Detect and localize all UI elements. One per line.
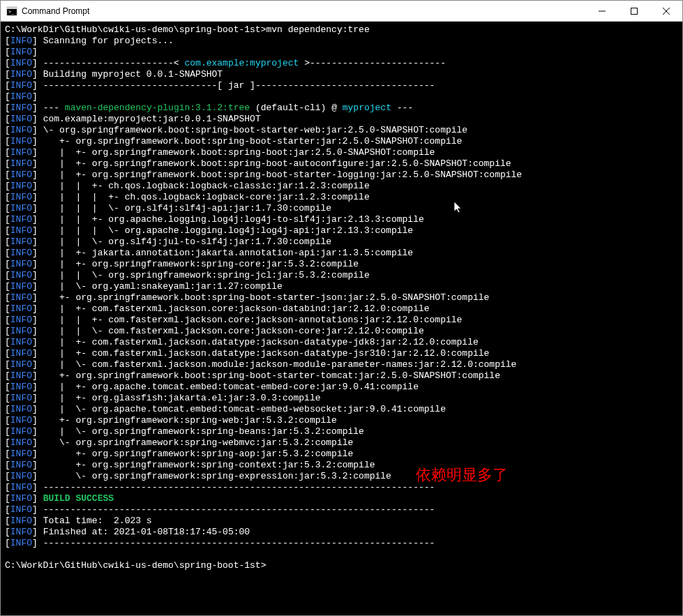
dependency-tree-line: [INFO] | +- org.springframework.boot:spr… <box>5 147 678 158</box>
dependency-tree-line: [INFO] | | \- org.slf4j:jul-to-slf4j:jar… <box>5 236 678 248</box>
output-line: [INFO] ---------------------------------… <box>5 538 678 549</box>
dependency-tree-line: [INFO] | | | +- ch.qos.logback:logback-c… <box>5 192 678 203</box>
dependency-tree-line: [INFO] | | \- com.fasterxml.jackson.core… <box>5 326 678 337</box>
dependency-tree-line: [INFO] +- org.springframework:spring-web… <box>5 415 678 426</box>
output-line: [INFO] --------------------------------[… <box>5 80 678 91</box>
dependency-tree-line: [INFO] | +- org.apache.tomcat.embed:tomc… <box>5 382 678 393</box>
titlebar[interactable]: >_ Command Prompt <box>1 1 682 22</box>
terminal-output[interactable]: C:\WorkDir\GitHub\cwiki-us-demo\spring-b… <box>1 22 682 615</box>
dependency-tree-line: [INFO] | +- com.fasterxml.jackson.dataty… <box>5 337 678 348</box>
output-line: [INFO] ---------------------------------… <box>5 482 678 493</box>
output-line: [INFO] Finished at: 2021-01-08T18:17:45-… <box>5 527 678 538</box>
dependency-tree-line: [INFO] | | +- org.apache.logging.log4j:l… <box>5 214 678 225</box>
output-line: [INFO] ------------------------< com.exa… <box>5 58 678 69</box>
dependency-tree-line: [INFO] | | \- org.springframework:spring… <box>5 270 678 281</box>
window-title: Command Prompt <box>22 6 586 16</box>
close-button[interactable] <box>650 1 682 21</box>
prompt-line: C:\WorkDir\GitHub\cwiki-us-demo\spring-b… <box>5 24 678 36</box>
output-line: [INFO] Total time: 2.023 s <box>5 516 678 527</box>
dependency-tree-line: [INFO] | \- org.yaml:snakeyaml:jar:1.27:… <box>5 281 678 292</box>
minimize-button[interactable] <box>586 1 618 21</box>
output-line: [INFO] Scanning for projects... <box>5 36 678 47</box>
maximize-button[interactable] <box>618 1 650 21</box>
dependency-tree-line: [INFO] \- org.springframework.boot:sprin… <box>5 125 678 136</box>
dependency-tree-line: [INFO] | | | \- org.slf4j:slf4j-api:jar:… <box>5 203 678 214</box>
dependency-tree-line: [INFO] | \- org.springframework:spring-b… <box>5 426 678 437</box>
dependency-tree-line: [INFO] | | +- ch.qos.logback:logback-cla… <box>5 181 678 192</box>
dependency-tree-line: [INFO] +- org.springframework:spring-aop… <box>5 449 678 460</box>
dependency-tree-line: [INFO] | +- org.springframework:spring-c… <box>5 259 678 270</box>
output-line: [INFO] <box>5 47 678 58</box>
dependency-tree-line: [INFO] | \- org.apache.tomcat.embed:tomc… <box>5 404 678 415</box>
svg-text:>_: >_ <box>8 9 15 15</box>
dependency-tree-line: [INFO] | +- org.springframework.boot:spr… <box>5 158 678 170</box>
cmd-icon: >_ <box>6 6 17 17</box>
dependency-tree-line: [INFO] | \- com.fasterxml.jackson.module… <box>5 359 678 370</box>
output-line: [INFO] BUILD SUCCESS <box>5 493 678 504</box>
window-controls <box>586 1 682 21</box>
dependency-tree-line: [INFO] \- org.springframework:spring-web… <box>5 437 678 449</box>
output-line: [INFO] ---------------------------------… <box>5 504 678 516</box>
dependency-tree-line: [INFO] +- org.springframework.boot:sprin… <box>5 370 678 382</box>
svg-rect-4 <box>631 8 638 14</box>
dependency-tree-line: [INFO] +- org.springframework:spring-con… <box>5 460 678 471</box>
command-prompt-window: >_ Command Prompt C:\WorkDir\GitHub\cwik… <box>0 0 683 616</box>
dependency-tree-line: [INFO] | +- org.springframework.boot:spr… <box>5 170 678 181</box>
dependency-tree-line: [INFO] +- org.springframework.boot:sprin… <box>5 136 678 147</box>
blank-line <box>5 549 678 560</box>
dependency-tree-line: [INFO] | +- com.fasterxml.jackson.dataty… <box>5 348 678 359</box>
output-line: [INFO] Building myproject 0.0.1-SNAPSHOT <box>5 69 678 80</box>
output-line: [INFO] <box>5 91 678 103</box>
dependency-tree-line: [INFO] | | | \- org.apache.logging.log4j… <box>5 225 678 236</box>
dependency-tree-line: [INFO] +- org.springframework.boot:sprin… <box>5 292 678 303</box>
prompt-line: C:\WorkDir\GitHub\cwiki-us-demo\spring-b… <box>5 560 678 571</box>
dependency-tree-line: [INFO] | | +- com.fasterxml.jackson.core… <box>5 315 678 326</box>
dependency-tree-line: [INFO] \- org.springframework:spring-exp… <box>5 471 678 482</box>
dependency-tree-line: [INFO] | +- jakarta.annotation:jakarta.a… <box>5 248 678 259</box>
output-line: [INFO] com.example:myproject:jar:0.0.1-S… <box>5 114 678 125</box>
dependency-tree-line: [INFO] | +- com.fasterxml.jackson.core:j… <box>5 303 678 315</box>
dependency-tree-line: [INFO] | +- org.glassfish:jakarta.el:jar… <box>5 393 678 404</box>
output-line: [INFO] --- maven-dependency-plugin:3.1.2… <box>5 103 678 114</box>
